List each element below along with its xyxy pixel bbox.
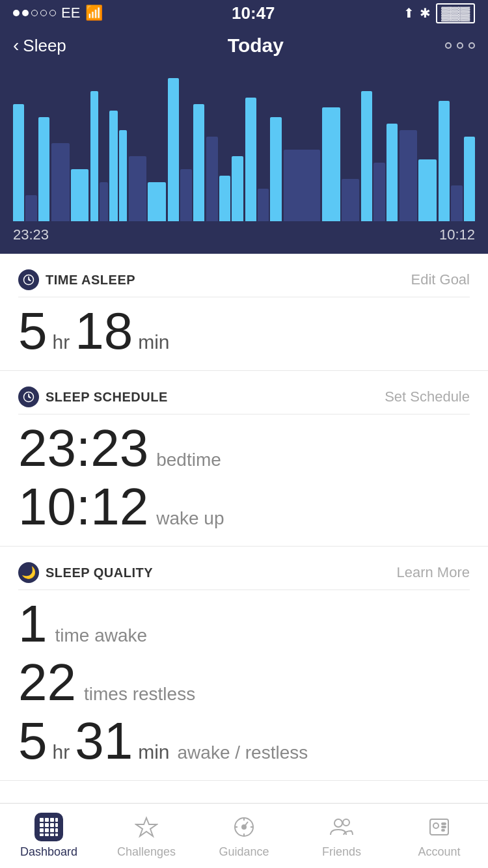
nav-dots bbox=[445, 42, 475, 49]
nav-dot-2 bbox=[457, 42, 463, 49]
svg-rect-7 bbox=[45, 823, 49, 827]
times-restless-stat: 22 times restless bbox=[18, 657, 470, 709]
bar-group-11 bbox=[400, 130, 436, 221]
signal-dot-1 bbox=[13, 10, 20, 16]
content-area: TIME ASLEEP Edit Goal 5 hr 18 min SLEEP … bbox=[0, 254, 488, 852]
tab-friends[interactable]: Friends bbox=[293, 813, 390, 859]
sleep-minutes-unit: min bbox=[138, 331, 169, 353]
chart-bar bbox=[464, 137, 475, 221]
bar-group-7 bbox=[245, 98, 282, 221]
friends-label: Friends bbox=[322, 845, 361, 859]
bluetooth-icon: ✱ bbox=[420, 5, 431, 21]
time-asleep-title-group: TIME ASLEEP bbox=[18, 269, 135, 290]
awake-hours-unit: hr bbox=[53, 741, 70, 763]
svg-rect-13 bbox=[55, 828, 58, 832]
bedtime-label: bedtime bbox=[156, 450, 221, 470]
svg-marker-18 bbox=[136, 818, 157, 836]
bar-group-1 bbox=[13, 104, 49, 221]
status-left: EE 📶 bbox=[13, 5, 103, 21]
status-time: 10:47 bbox=[232, 3, 275, 23]
wakeup-stat: 10:12 wake up bbox=[18, 481, 470, 533]
guidance-label: Guidance bbox=[219, 845, 269, 859]
wakeup-value: 10:12 bbox=[18, 481, 148, 533]
chart-bar bbox=[451, 185, 462, 221]
page-title: Today bbox=[228, 34, 284, 57]
tab-dashboard[interactable]: Dashboard bbox=[0, 813, 98, 859]
bar-group-12 bbox=[439, 101, 475, 221]
sleep-hours-unit: hr bbox=[53, 331, 70, 353]
signal-dot-3 bbox=[31, 10, 38, 16]
chart-bar bbox=[373, 163, 385, 221]
svg-rect-12 bbox=[50, 828, 54, 832]
set-schedule-button[interactable]: Set Schedule bbox=[385, 388, 470, 405]
svg-rect-30 bbox=[442, 823, 446, 824]
location-icon: ⬆ bbox=[403, 5, 414, 21]
nav-dot-3 bbox=[468, 42, 475, 49]
chart-timeline: 23:23 10:12 bbox=[0, 221, 488, 250]
edit-goal-button[interactable]: Edit Goal bbox=[411, 271, 470, 288]
sleep-quality-section: 🌙 SLEEP QUALITY Learn More 1 time awake … bbox=[0, 547, 488, 781]
bar-group-8 bbox=[284, 150, 320, 221]
wakeup-label: wake up bbox=[156, 508, 224, 529]
svg-point-26 bbox=[334, 819, 342, 827]
times-awake-value: 1 bbox=[18, 598, 47, 650]
awake-restless-stat: 5 hr 31 min awake / restless bbox=[18, 715, 470, 767]
bedtime-value: 23:23 bbox=[18, 422, 148, 474]
svg-rect-16 bbox=[50, 834, 54, 836]
chart-start-time: 23:23 bbox=[13, 226, 49, 243]
sleep-schedule-title: SLEEP SCHEDULE bbox=[46, 390, 168, 405]
bedtime-stat: 23:23 bedtime bbox=[18, 422, 470, 474]
chart-bar bbox=[245, 98, 256, 221]
chart-bar bbox=[100, 182, 108, 221]
chart-bar bbox=[148, 182, 165, 221]
signal-dot-2 bbox=[22, 10, 29, 16]
time-asleep-header: TIME ASLEEP Edit Goal bbox=[18, 269, 470, 297]
signal-dot-5 bbox=[49, 10, 56, 16]
bar-group-9 bbox=[322, 107, 359, 221]
svg-rect-9 bbox=[55, 823, 58, 827]
back-button[interactable]: ‹ Sleep bbox=[13, 35, 66, 56]
sleep-quality-title: SLEEP QUALITY bbox=[46, 565, 153, 580]
account-icon bbox=[425, 813, 454, 841]
time-asleep-stat: 5 hr 18 min bbox=[18, 305, 470, 357]
svg-rect-14 bbox=[40, 834, 44, 836]
svg-rect-10 bbox=[40, 828, 44, 832]
chart-bar bbox=[270, 117, 281, 221]
chart-bar bbox=[13, 104, 24, 221]
chart-bar bbox=[258, 189, 269, 221]
sleep-quality-icon: 🌙 bbox=[18, 562, 39, 583]
times-restless-value: 22 bbox=[18, 657, 76, 709]
chart-bar bbox=[168, 78, 179, 221]
friends-icon bbox=[327, 813, 356, 841]
chart-bar bbox=[400, 130, 417, 221]
chart-bar bbox=[90, 91, 99, 221]
chart-bar bbox=[322, 107, 340, 221]
learn-more-button[interactable]: Learn More bbox=[396, 564, 470, 581]
chart-bar bbox=[129, 156, 146, 221]
svg-rect-11 bbox=[45, 828, 49, 832]
times-awake-label: time awake bbox=[55, 625, 148, 646]
tab-guidance[interactable]: Guidance bbox=[195, 813, 293, 859]
chart-bar bbox=[439, 101, 450, 221]
times-awake-stat: 1 time awake bbox=[18, 598, 470, 650]
time-asleep-icon bbox=[18, 269, 39, 290]
nav-bar: ‹ Sleep Today bbox=[0, 26, 488, 65]
sleep-hours: 5 bbox=[18, 305, 47, 357]
chart-bar bbox=[232, 156, 243, 221]
time-asleep-section: TIME ASLEEP Edit Goal 5 hr 18 min bbox=[0, 254, 488, 371]
tab-account[interactable]: Account bbox=[390, 813, 488, 859]
sleep-schedule-icon bbox=[18, 387, 39, 407]
svg-rect-3 bbox=[45, 818, 49, 822]
svg-rect-8 bbox=[50, 823, 54, 827]
svg-rect-15 bbox=[45, 834, 49, 836]
wifi-icon: 📶 bbox=[85, 5, 103, 21]
chart-bar bbox=[206, 137, 217, 221]
chart-bar bbox=[180, 169, 191, 221]
chart-bar bbox=[38, 117, 49, 221]
svg-rect-32 bbox=[442, 830, 444, 831]
chart-bar bbox=[219, 176, 230, 221]
guidance-icon bbox=[230, 813, 258, 841]
tab-challenges[interactable]: Challenges bbox=[98, 813, 195, 859]
chart-bar bbox=[418, 159, 436, 221]
dashboard-label: Dashboard bbox=[20, 845, 77, 859]
